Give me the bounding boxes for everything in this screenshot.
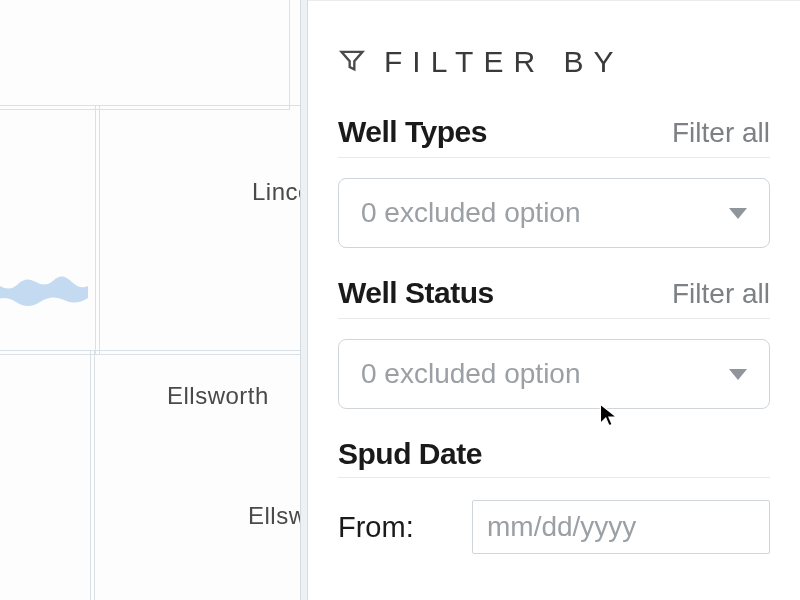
filter-all-link[interactable]: Filter all (672, 278, 770, 310)
section-title: Well Types (338, 115, 487, 149)
section-spud-date: Spud Date From: mm/dd/yyyy (338, 437, 770, 554)
water-feature (0, 258, 100, 318)
filter-header-title: FILTER BY (384, 45, 623, 79)
chevron-down-icon (729, 369, 747, 380)
county-label: Ellsworth (167, 382, 269, 410)
select-placeholder: 0 excluded option (361, 197, 581, 229)
filter-header: FILTER BY (338, 45, 770, 79)
well-status-select[interactable]: 0 excluded option (338, 339, 770, 409)
county-boundary (0, 350, 95, 600)
filter-panel: FILTER BY Well Types Filter all 0 exclud… (308, 0, 800, 600)
map-area[interactable]: Linco Ellsworth Ellswo (0, 0, 300, 600)
county-boundary (95, 105, 305, 355)
filter-icon (338, 46, 366, 78)
filter-all-link[interactable]: Filter all (672, 117, 770, 149)
section-title: Well Status (338, 276, 494, 310)
chevron-down-icon (729, 208, 747, 219)
panel-resize-handle[interactable] (300, 0, 308, 600)
county-boundary (0, 0, 290, 110)
section-well-status: Well Status Filter all 0 excluded option (338, 276, 770, 409)
section-title: Spud Date (338, 437, 482, 471)
from-label: From: (338, 511, 450, 544)
date-placeholder: mm/dd/yyyy (487, 511, 636, 542)
section-well-types: Well Types Filter all 0 excluded option (338, 115, 770, 248)
well-types-select[interactable]: 0 excluded option (338, 178, 770, 248)
spud-date-from-input[interactable]: mm/dd/yyyy (472, 500, 770, 554)
select-placeholder: 0 excluded option (361, 358, 581, 390)
